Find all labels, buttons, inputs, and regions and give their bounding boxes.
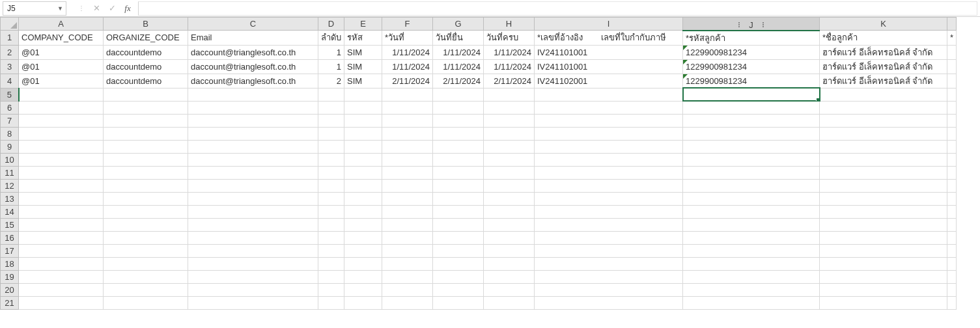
- cell-G19[interactable]: [433, 270, 484, 283]
- cell-A21[interactable]: [19, 296, 104, 309]
- cell-A3[interactable]: @01: [19, 59, 104, 74]
- column-header-I[interactable]: I: [535, 18, 683, 31]
- cell-C11[interactable]: [188, 166, 318, 179]
- cell-C10[interactable]: [188, 153, 318, 166]
- cell-I3[interactable]: IV241101001: [535, 59, 683, 74]
- cell-D1[interactable]: ลำดับ: [318, 31, 344, 46]
- cell-A1[interactable]: COMPANY_CODE: [19, 31, 104, 46]
- cell-E20[interactable]: [344, 283, 382, 296]
- cell-E7[interactable]: [344, 114, 382, 127]
- row-header-5[interactable]: 5: [1, 88, 19, 101]
- row-header-15[interactable]: 15: [1, 218, 19, 231]
- enter-icon[interactable]: ✓: [104, 1, 120, 16]
- cell-next-4[interactable]: [947, 74, 957, 88]
- cell-B7[interactable]: [104, 114, 188, 127]
- cell-H11[interactable]: [484, 166, 535, 179]
- fx-icon[interactable]: fx: [120, 1, 135, 16]
- cell-D2[interactable]: 1: [318, 45, 344, 59]
- cell-F15[interactable]: [382, 218, 433, 231]
- cell-G4[interactable]: 2/11/2024: [433, 74, 484, 88]
- cell-I5[interactable]: [535, 88, 683, 101]
- cell-B13[interactable]: [104, 192, 188, 205]
- cell-G6[interactable]: [433, 101, 484, 114]
- cell-K12[interactable]: [820, 179, 947, 192]
- cell-D8[interactable]: [318, 127, 344, 140]
- row-header-11[interactable]: 11: [1, 166, 19, 179]
- cell-F16[interactable]: [382, 231, 433, 244]
- cell-F17[interactable]: [382, 244, 433, 257]
- chevron-down-icon[interactable]: ▼: [57, 5, 63, 12]
- cell-K18[interactable]: [820, 257, 947, 270]
- cell-J1[interactable]: *รหัสลูกค้า: [683, 31, 820, 46]
- cell-I7[interactable]: [535, 114, 683, 127]
- cell-K7[interactable]: [820, 114, 947, 127]
- cell-D13[interactable]: [318, 192, 344, 205]
- cancel-icon[interactable]: ✕: [89, 1, 104, 16]
- cell-I10[interactable]: [535, 153, 683, 166]
- cell-K15[interactable]: [820, 218, 947, 231]
- cell-H9[interactable]: [484, 140, 535, 153]
- cell-A13[interactable]: [19, 192, 104, 205]
- cell-B2[interactable]: daccountdemo: [104, 45, 188, 59]
- cell-G2[interactable]: 1/11/2024: [433, 45, 484, 59]
- cell-C5[interactable]: [188, 88, 318, 101]
- cell-J17[interactable]: [683, 244, 820, 257]
- cell-F20[interactable]: [382, 283, 433, 296]
- cell-H7[interactable]: [484, 114, 535, 127]
- cell-next-18[interactable]: [947, 257, 957, 270]
- cell-D4[interactable]: 2: [318, 74, 344, 88]
- cell-next-14[interactable]: [947, 205, 957, 218]
- cell-next-9[interactable]: [947, 140, 957, 153]
- row-header-1[interactable]: 1: [1, 31, 19, 46]
- cell-G14[interactable]: [433, 205, 484, 218]
- cell-F18[interactable]: [382, 257, 433, 270]
- cell-C16[interactable]: [188, 231, 318, 244]
- cell-A16[interactable]: [19, 231, 104, 244]
- cell-E2[interactable]: SIM: [344, 45, 382, 59]
- cell-next-20[interactable]: [947, 283, 957, 296]
- cell-B8[interactable]: [104, 127, 188, 140]
- cell-I4[interactable]: IV241102001: [535, 74, 683, 88]
- cell-A19[interactable]: [19, 270, 104, 283]
- cell-I18[interactable]: [535, 257, 683, 270]
- cell-next-15[interactable]: [947, 218, 957, 231]
- cell-G21[interactable]: [433, 296, 484, 309]
- row-header-8[interactable]: 8: [1, 127, 19, 140]
- row-header-10[interactable]: 10: [1, 153, 19, 166]
- cell-A11[interactable]: [19, 166, 104, 179]
- cell-G18[interactable]: [433, 257, 484, 270]
- cell-next-17[interactable]: [947, 244, 957, 257]
- cell-D11[interactable]: [318, 166, 344, 179]
- cell-H21[interactable]: [484, 296, 535, 309]
- cell-E15[interactable]: [344, 218, 382, 231]
- cell-C14[interactable]: [188, 205, 318, 218]
- cell-C2[interactable]: daccount@trianglesoft.co.th: [188, 45, 318, 59]
- cell-next-8[interactable]: [947, 127, 957, 140]
- cell-E18[interactable]: [344, 257, 382, 270]
- cell-K2[interactable]: ฮาร์ดแวร์ อีเล็คทรอนิคส์ จำกัด: [820, 45, 947, 59]
- cell-next-10[interactable]: [947, 153, 957, 166]
- cell-D3[interactable]: 1: [318, 59, 344, 74]
- cell-J21[interactable]: [683, 296, 820, 309]
- cell-K14[interactable]: [820, 205, 947, 218]
- cell-E12[interactable]: [344, 179, 382, 192]
- cell-I9[interactable]: [535, 140, 683, 153]
- cell-A14[interactable]: [19, 205, 104, 218]
- row-header-16[interactable]: 16: [1, 231, 19, 244]
- cell-F3[interactable]: 1/11/2024: [382, 59, 433, 74]
- cell-C19[interactable]: [188, 270, 318, 283]
- cell-K17[interactable]: [820, 244, 947, 257]
- cell-I20[interactable]: [535, 283, 683, 296]
- row-header-4[interactable]: 4: [1, 74, 19, 88]
- cell-K16[interactable]: [820, 231, 947, 244]
- cell-G9[interactable]: [433, 140, 484, 153]
- cell-B18[interactable]: [104, 257, 188, 270]
- cell-E4[interactable]: SIM: [344, 74, 382, 88]
- cell-K4[interactable]: ฮาร์ดแวร์ อีเล็คทรอนิคส์ จำกัด: [820, 74, 947, 88]
- row-header-20[interactable]: 20: [1, 283, 19, 296]
- cell-F14[interactable]: [382, 205, 433, 218]
- cell-J14[interactable]: [683, 205, 820, 218]
- cell-F6[interactable]: [382, 101, 433, 114]
- cell-E9[interactable]: [344, 140, 382, 153]
- cell-E13[interactable]: [344, 192, 382, 205]
